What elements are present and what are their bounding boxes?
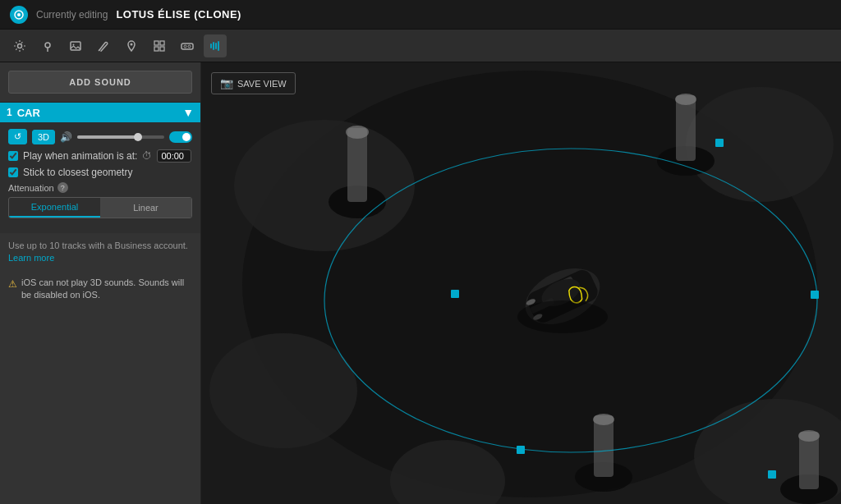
svg-rect-22 xyxy=(347,128,367,202)
mute-toggle[interactable] xyxy=(169,131,192,143)
volume-slider[interactable] xyxy=(77,135,164,139)
attenuation-label: Attenuation xyxy=(8,183,54,193)
tool-button[interactable] xyxy=(92,34,115,57)
svg-rect-11 xyxy=(182,44,193,49)
attenuation-label-row: Attenuation ? xyxy=(8,182,192,193)
track-item: 1 CAR ▼ ↺ 3D 🔊 xyxy=(0,102,200,233)
att-exponential-button[interactable]: Exponential xyxy=(9,198,100,218)
att-linear-button[interactable]: Linear xyxy=(100,198,191,218)
attenuation-buttons: Exponential Linear xyxy=(8,197,192,218)
image-button[interactable] xyxy=(64,34,87,57)
warning-icon: ⚠ xyxy=(8,277,17,291)
svg-point-16 xyxy=(234,120,415,251)
threed-button[interactable]: 3D xyxy=(32,130,55,144)
track-controls: ↺ 3D 🔊 Play when animation is at: ⏱ xyxy=(0,122,200,233)
play-when-label: Play when animation is at: xyxy=(23,150,137,162)
toolbar xyxy=(0,30,841,62)
play-when-checkbox[interactable] xyxy=(8,151,18,161)
svg-point-12 xyxy=(184,45,186,48)
editing-label: Currently editing xyxy=(36,9,108,21)
left-panel: ADD SOUND 1 CAR ▼ ↺ 3D 🔊 xyxy=(0,62,201,504)
stick-to-geometry-row: Stick to closest geometry xyxy=(8,167,192,178)
svg-rect-8 xyxy=(160,41,164,45)
svg-point-41 xyxy=(517,300,608,333)
grid-button[interactable] xyxy=(148,34,171,57)
settings-button[interactable] xyxy=(8,34,31,57)
volume-icon: 🔊 xyxy=(60,131,72,143)
control-point-bottom[interactable] xyxy=(517,446,525,454)
scene-svg xyxy=(201,62,841,504)
topbar: Currently editing LOTUS ÉLISE (CLONE) xyxy=(0,0,841,30)
vr-button[interactable] xyxy=(176,34,199,57)
track-name: CAR xyxy=(17,107,177,119)
play-when-time-input[interactable] xyxy=(157,149,191,163)
location-button[interactable] xyxy=(36,34,59,57)
stick-to-geometry-checkbox[interactable] xyxy=(8,167,18,177)
svg-point-1 xyxy=(17,13,21,16)
info-text: Use up to 10 tracks with a Business acco… xyxy=(8,241,188,250)
info-text-block: Use up to 10 tracks with a Business acco… xyxy=(0,233,200,272)
svg-point-29 xyxy=(593,414,614,425)
stick-to-geometry-label: Stick to closest geometry xyxy=(23,167,132,178)
attenuation-help-icon[interactable]: ? xyxy=(57,182,68,193)
control-point-right[interactable] xyxy=(811,291,819,299)
app-logo xyxy=(10,6,28,24)
svg-rect-9 xyxy=(154,47,159,51)
save-view-button[interactable]: 📷 SAVE VIEW xyxy=(211,72,296,94)
control-point-bottom-right[interactable] xyxy=(768,470,776,479)
svg-point-13 xyxy=(188,45,191,48)
audio-button[interactable] xyxy=(204,34,227,57)
main-layout: ADD SOUND 1 CAR ▼ ↺ 3D 🔊 xyxy=(0,62,841,504)
track-expand-icon[interactable]: ▼ xyxy=(182,106,194,119)
camera-icon: 📷 xyxy=(220,77,233,89)
svg-point-5 xyxy=(73,44,75,45)
canvas-area[interactable]: 📷 SAVE VIEW xyxy=(201,62,841,504)
control-point-left[interactable] xyxy=(451,290,459,298)
control-point-top-right[interactable] xyxy=(715,139,724,147)
svg-rect-10 xyxy=(160,47,164,51)
add-sound-button[interactable]: ADD SOUND xyxy=(8,71,192,94)
track-header: 1 CAR ▼ xyxy=(0,103,200,122)
clock-icon: ⏱ xyxy=(142,150,152,162)
svg-rect-4 xyxy=(71,42,80,50)
svg-point-26 xyxy=(675,94,696,105)
svg-point-32 xyxy=(798,430,820,442)
ios-warning-block: ⚠ iOS can not play 3D sounds. Sounds wil… xyxy=(0,272,200,307)
svg-point-23 xyxy=(346,126,369,139)
svg-point-6 xyxy=(131,43,133,45)
svg-point-17 xyxy=(686,87,834,202)
svg-point-2 xyxy=(18,44,22,48)
learn-more-link[interactable]: Learn more xyxy=(8,253,54,263)
ios-warning-text: iOS can not play 3D sounds. Sounds will … xyxy=(21,277,192,302)
track-playback-row: ↺ 3D 🔊 xyxy=(8,129,192,144)
save-view-label: SAVE VIEW xyxy=(237,79,287,89)
page-title: LOTUS ÉLISE (CLONE) xyxy=(116,8,241,21)
svg-point-19 xyxy=(209,333,357,448)
loop-button[interactable]: ↺ xyxy=(8,129,27,144)
pin-button[interactable] xyxy=(120,34,143,57)
play-when-row: Play when animation is at: ⏱ xyxy=(8,149,192,163)
svg-point-3 xyxy=(45,43,50,48)
track-number: 1 xyxy=(7,107,12,118)
svg-rect-7 xyxy=(154,41,159,45)
